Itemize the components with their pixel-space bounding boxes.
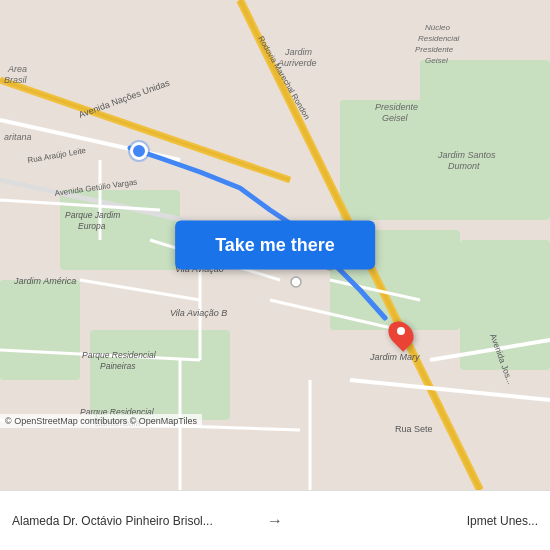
- svg-text:Geisel: Geisel: [382, 113, 409, 123]
- svg-point-56: [291, 277, 301, 287]
- bottom-bar: Alameda Dr. Octávio Pinheiro Brisol... →…: [0, 490, 550, 550]
- svg-text:Jardim América: Jardim América: [13, 276, 76, 286]
- destination-location: Ipmet Unes...: [293, 514, 538, 528]
- take-me-there-button[interactable]: Take me there: [175, 221, 375, 270]
- svg-text:Rua Sete: Rua Sete: [395, 424, 433, 434]
- destination-pin: [390, 320, 412, 348]
- svg-text:Núcleo: Núcleo: [425, 23, 450, 32]
- origin-location: Alameda Dr. Octávio Pinheiro Brisol...: [12, 514, 257, 528]
- svg-text:Jardim Mary: Jardim Mary: [369, 352, 420, 362]
- svg-text:Parque Jardim: Parque Jardim: [65, 210, 120, 220]
- svg-text:Paineiras: Paineiras: [100, 361, 136, 371]
- svg-text:Presidente: Presidente: [375, 102, 418, 112]
- svg-text:Auriverde: Auriverde: [277, 58, 317, 68]
- svg-text:Jardim: Jardim: [284, 47, 313, 57]
- svg-text:Vila Aviação B: Vila Aviação B: [170, 308, 227, 318]
- svg-text:Jardim Santos: Jardim Santos: [437, 150, 496, 160]
- direction-arrow-icon: →: [267, 512, 283, 530]
- map-attribution: © OpenStreetMap contributors © OpenMapTi…: [0, 414, 202, 428]
- location-dot: [130, 142, 148, 160]
- svg-text:Europa: Europa: [78, 221, 106, 231]
- svg-text:Area: Area: [7, 64, 27, 74]
- svg-text:Geisel: Geisel: [425, 56, 448, 65]
- svg-text:Presidente: Presidente: [415, 45, 454, 54]
- svg-text:Dumont: Dumont: [448, 161, 480, 171]
- map-container: Avenida Nações Unidas Rodovia Marechal R…: [0, 0, 550, 490]
- svg-rect-6: [420, 60, 550, 220]
- svg-text:Residencial: Residencial: [418, 34, 460, 43]
- svg-text:Brasil: Brasil: [4, 75, 28, 85]
- svg-text:Parque Residencial: Parque Residencial: [82, 350, 157, 360]
- svg-rect-2: [0, 280, 80, 380]
- svg-text:aritana: aritana: [4, 132, 32, 142]
